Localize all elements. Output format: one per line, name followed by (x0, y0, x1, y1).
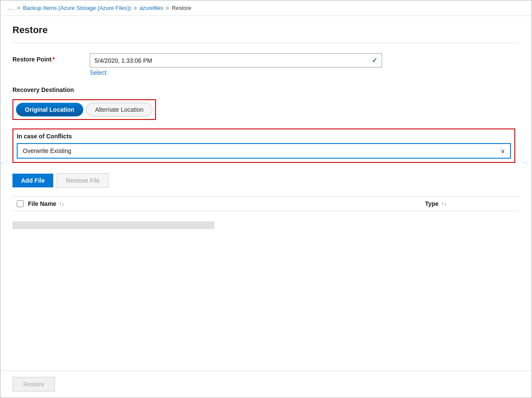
restore-point-label: Restore Point* (12, 53, 90, 63)
table-scrollbar-area[interactable] (12, 218, 520, 229)
file-action-row: Add File Remove File (12, 173, 520, 188)
type-label: Type (425, 200, 439, 207)
conflicts-highlight-box: In case of Conflicts Overwrite Existing … (12, 129, 515, 163)
chevron-down-icon: ∨ (501, 147, 505, 154)
file-name-column-header[interactable]: File Name ↑↓ (28, 200, 425, 207)
select-all-checkbox-cell[interactable] (12, 200, 28, 207)
restore-point-input[interactable]: 5/4/2020, 1:33:06 PM ✓ (90, 53, 382, 67)
conflicts-label: In case of Conflicts (17, 133, 511, 140)
file-name-sort-icon[interactable]: ↑↓ (59, 201, 64, 206)
alternate-location-button[interactable]: Alternate Location (86, 103, 153, 116)
restore-point-row: Restore Point* 5/4/2020, 1:33:06 PM ✓ Se… (12, 53, 520, 76)
location-buttons: Original Location Alternate Location (16, 103, 153, 116)
select-all-checkbox[interactable] (17, 200, 24, 207)
check-icon: ✓ (372, 56, 377, 64)
breadcrumb: ... > Backup Items (Azure Storage (Azure… (0, 0, 532, 16)
conflicts-section: In case of Conflicts Overwrite Existing … (12, 129, 520, 163)
location-highlight-box: Original Location Alternate Location (12, 99, 156, 120)
remove-file-button: Remove File (57, 173, 109, 188)
breadcrumb-current: Restore (172, 5, 192, 11)
breadcrumb-azurefiles[interactable]: azurefiles (139, 5, 163, 11)
main-content: Restore Restore Point* 5/4/2020, 1:33:06… (0, 16, 532, 370)
select-link[interactable]: Select (90, 69, 382, 76)
conflicts-dropdown[interactable]: Overwrite Existing ∨ (17, 143, 511, 159)
title-divider (12, 43, 520, 43)
breadcrumb-backup-items[interactable]: Backup Items (Azure Storage (Azure Files… (23, 5, 131, 11)
file-name-label: File Name (28, 200, 56, 207)
footer: Restore (0, 370, 532, 398)
breadcrumb-sep-1: > (17, 5, 21, 11)
type-sort-icon[interactable]: ↑↓ (441, 201, 446, 206)
breadcrumb-sep-3: > (166, 5, 169, 11)
restore-point-control: 5/4/2020, 1:33:06 PM ✓ Select (90, 53, 382, 76)
type-column-header[interactable]: Type ↑↓ (425, 200, 520, 207)
required-star: * (52, 56, 55, 63)
main-window: ... > Backup Items (Azure Storage (Azure… (0, 0, 532, 398)
breadcrumb-sep-2: > (134, 5, 137, 11)
restore-point-value: 5/4/2020, 1:33:06 PM (95, 57, 152, 64)
table-header: File Name ↑↓ Type ↑↓ (12, 196, 520, 211)
recovery-destination-title: Recovery Destination (12, 86, 520, 93)
restore-button: Restore (12, 377, 55, 392)
horizontal-scrollbar[interactable] (12, 221, 214, 229)
conflicts-dropdown-value: Overwrite Existing (23, 147, 71, 154)
page-title: Restore (12, 24, 520, 36)
original-location-button[interactable]: Original Location (16, 103, 83, 116)
breadcrumb-ellipsis: ... (7, 5, 15, 11)
add-file-button[interactable]: Add File (12, 174, 53, 187)
